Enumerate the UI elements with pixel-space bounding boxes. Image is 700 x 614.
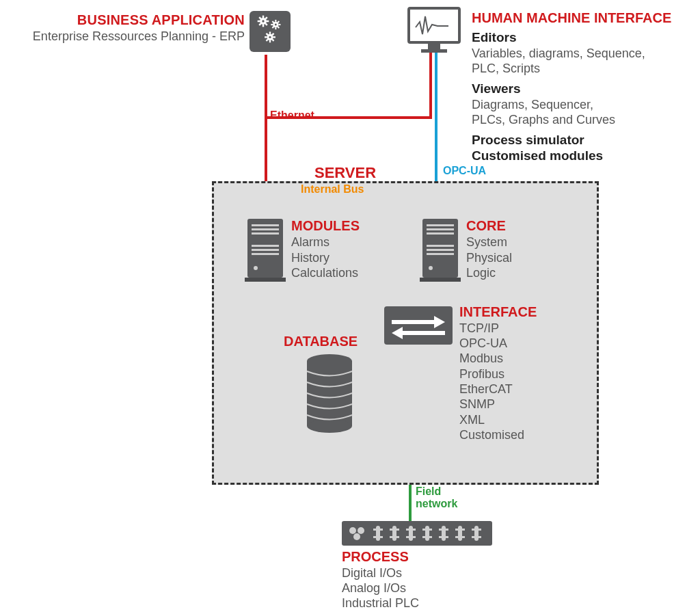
- business-title: BUSINESS APPLICATION: [19, 12, 245, 28]
- core-l1: System: [466, 235, 512, 250]
- hmi-custom-heading: Customised modules: [472, 148, 690, 164]
- interface-block: INTERFACE TCP/IP OPC-UA Modbus Profibus …: [459, 304, 537, 442]
- ethernet-line: [429, 52, 432, 119]
- interface-l3: Modbus: [459, 351, 537, 366]
- svg-rect-32: [428, 44, 440, 49]
- svg-rect-42: [245, 278, 286, 282]
- svg-rect-46: [427, 232, 454, 235]
- svg-point-41: [254, 266, 258, 270]
- process-l2: Analog I/Os: [342, 580, 502, 596]
- hmi-viewers-body: Diagrams, Sequencer, PLCs, Graphs and Cu…: [472, 97, 690, 128]
- business-application-block: BUSINESS APPLICATION Enterprise Ressourc…: [19, 12, 245, 44]
- ethernet-label: Ethernet: [270, 109, 314, 122]
- svg-marker-55: [392, 316, 445, 328]
- svg-rect-64: [390, 529, 399, 531]
- modules-block: MODULES Alarms History Calculations: [291, 217, 360, 281]
- svg-rect-61: [373, 529, 383, 531]
- svg-rect-68: [406, 536, 416, 538]
- svg-rect-65: [390, 536, 399, 538]
- svg-line-28: [272, 34, 273, 35]
- svg-rect-34: [247, 219, 283, 278]
- process-title: PROCESS: [342, 548, 502, 565]
- interface-title: INTERFACE: [459, 304, 537, 321]
- internal-bus-label: Internal Bus: [301, 183, 364, 196]
- core-block: CORE System Physical Logic: [466, 217, 512, 281]
- modules-l1: Alarms: [291, 235, 360, 250]
- server-tower-icon: [420, 219, 461, 286]
- gears-icon: [250, 11, 291, 52]
- svg-rect-38: [252, 245, 279, 247]
- svg-line-5: [259, 17, 261, 19]
- core-l2: Physical: [466, 250, 512, 266]
- server-tower-icon: [245, 219, 286, 286]
- field-network-label-1: Field: [416, 485, 441, 498]
- interface-l4: Profibus: [459, 366, 537, 382]
- svg-rect-78: [474, 526, 479, 541]
- svg-rect-76: [455, 529, 465, 531]
- svg-rect-67: [406, 529, 416, 531]
- svg-line-15: [272, 21, 273, 23]
- svg-rect-79: [472, 529, 481, 531]
- svg-line-27: [266, 40, 267, 41]
- svg-rect-72: [442, 526, 446, 541]
- svg-line-18: [278, 21, 279, 23]
- hmi-block: HUMAN MACHINE INTERFACE Editors Variable…: [472, 10, 690, 164]
- svg-rect-47: [427, 245, 454, 247]
- svg-rect-37: [252, 232, 279, 235]
- svg-marker-56: [392, 327, 445, 339]
- svg-rect-75: [458, 526, 462, 541]
- interface-l1: TCP/IP: [459, 321, 537, 336]
- svg-rect-73: [439, 529, 448, 531]
- core-title: CORE: [466, 217, 512, 235]
- svg-rect-49: [427, 253, 454, 255]
- ethernet-line: [265, 55, 267, 116]
- svg-line-6: [265, 23, 267, 25]
- field-network-label-2: network: [416, 498, 457, 510]
- svg-rect-40: [252, 253, 279, 255]
- svg-line-8: [265, 17, 267, 19]
- database-title: DATABASE: [284, 334, 358, 349]
- process-l3: Industrial PLC: [342, 596, 502, 611]
- svg-rect-60: [376, 526, 380, 541]
- hmi-editors-heading: Editors: [472, 29, 690, 46]
- svg-point-29: [269, 36, 271, 38]
- process-block: PROCESS Digital I/Os Analog I/Os Industr…: [342, 548, 502, 614]
- interface-arrows-icon: [384, 306, 453, 345]
- svg-point-57: [349, 527, 356, 534]
- svg-point-9: [262, 20, 264, 22]
- svg-rect-74: [439, 536, 448, 538]
- interface-l8: Customised: [459, 427, 537, 442]
- hmi-viewers-heading: Viewers: [472, 81, 690, 97]
- svg-rect-62: [373, 536, 383, 538]
- interface-l7: XML: [459, 412, 537, 427]
- hmi-simulator-heading: Process simulator: [472, 132, 690, 148]
- svg-line-17: [272, 27, 273, 28]
- architecture-diagram: BUSINESS APPLICATION Enterprise Ressourc…: [0, 0, 700, 614]
- svg-point-19: [275, 24, 277, 26]
- svg-rect-45: [427, 228, 454, 230]
- modules-l3: Calculations: [291, 265, 360, 281]
- svg-rect-66: [409, 526, 413, 541]
- database-icon: [306, 354, 353, 436]
- modules-l2: History: [291, 250, 360, 266]
- network-switch-icon: [342, 521, 492, 546]
- svg-line-26: [272, 40, 273, 41]
- interface-l5: EtherCAT: [459, 382, 537, 397]
- process-l4: Other third-party components: [342, 611, 502, 614]
- svg-rect-53: [307, 361, 352, 426]
- svg-line-25: [266, 34, 267, 35]
- svg-rect-36: [252, 228, 279, 230]
- interface-l2: OPC-UA: [459, 336, 537, 351]
- core-l3: Logic: [466, 265, 512, 281]
- modules-title: MODULES: [291, 217, 360, 235]
- svg-rect-77: [455, 536, 465, 538]
- monitor-icon: [407, 7, 461, 57]
- svg-rect-44: [427, 224, 454, 226]
- business-subtitle: Enterprise Ressources Planning - ERP: [19, 29, 245, 44]
- svg-line-7: [259, 23, 261, 25]
- svg-line-16: [278, 27, 279, 28]
- svg-rect-69: [425, 526, 429, 541]
- svg-point-50: [429, 266, 433, 270]
- svg-rect-43: [422, 219, 458, 278]
- svg-rect-33: [421, 49, 447, 53]
